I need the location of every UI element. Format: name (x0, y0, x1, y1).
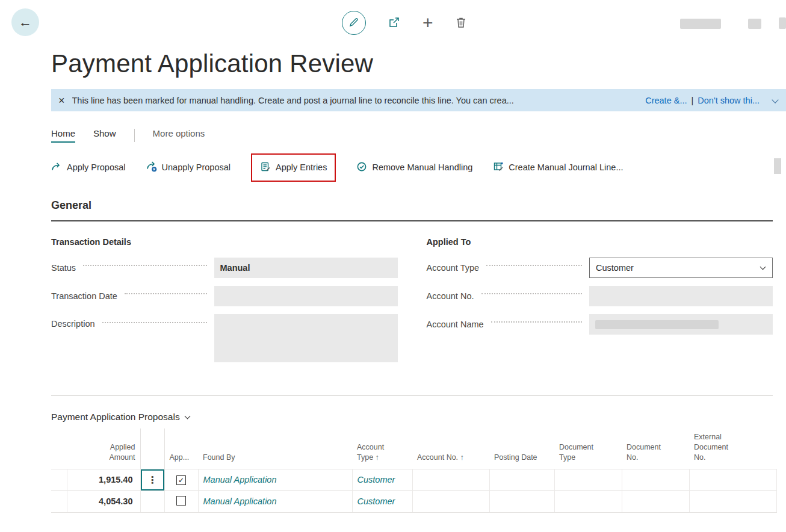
general-fields: Transaction Details Status Manual Transa… (51, 237, 773, 370)
transaction-date-value[interactable] (214, 286, 398, 306)
row-indicator-cell (51, 490, 67, 512)
add-button[interactable]: + (422, 14, 433, 32)
transaction-details-title: Transaction Details (51, 237, 398, 247)
applied-amount-cell[interactable]: 1,915.40 (67, 469, 140, 490)
status-value: Manual (214, 258, 398, 278)
apply-proposal-button[interactable]: Apply Proposal (51, 161, 126, 174)
status-field-row: Status Manual (51, 258, 398, 278)
external-document-no-cell[interactable] (689, 490, 776, 512)
back-arrow-icon: ← (19, 14, 32, 30)
applied-checkbox[interactable]: ✓ (176, 475, 186, 485)
chevron-down-icon (760, 264, 766, 270)
remove-manual-handling-icon (356, 161, 367, 174)
col-applied-checkbox[interactable]: App... (164, 428, 198, 469)
found-by-cell[interactable]: Manual Application (198, 490, 352, 512)
applied-checkbox-cell: ✓ (164, 469, 198, 490)
apply-proposal-label: Apply Proposal (67, 162, 126, 172)
account-name-field-row: Account Name (427, 314, 773, 335)
col-account-type[interactable]: Account Type ↑ (352, 428, 412, 469)
applied-to-title: Applied To (427, 237, 773, 247)
account-no-field-row: Account No. (427, 286, 773, 306)
account-type-cell[interactable]: Customer (352, 469, 412, 490)
transaction-details-group: Transaction Details Status Manual Transa… (51, 237, 398, 370)
proposals-section-toggle[interactable]: Payment Application Proposals (51, 412, 773, 422)
delete-button[interactable] (455, 16, 467, 30)
apply-entries-icon (260, 161, 271, 174)
general-section-title: General (51, 199, 773, 221)
document-no-cell[interactable] (622, 469, 689, 490)
page-content: Payment Application Review × This line h… (0, 49, 786, 513)
tab-home[interactable]: Home (51, 128, 75, 143)
chevron-down-icon (772, 96, 778, 103)
external-document-no-cell[interactable] (689, 469, 776, 490)
description-value[interactable] (214, 314, 398, 362)
banner-link-dont-show[interactable]: Don't show thi... (698, 96, 760, 105)
redacted-region (748, 19, 761, 29)
dotted-leader (491, 321, 582, 323)
share-button[interactable] (388, 16, 401, 31)
account-type-field-row: Account Type Customer (427, 258, 773, 278)
col-document-no[interactable]: Document No. (622, 428, 689, 469)
back-button[interactable]: ← (11, 8, 39, 36)
kebab-menu-icon[interactable]: ⋮ (147, 475, 157, 485)
document-type-cell[interactable] (554, 469, 622, 490)
redacted-region (774, 158, 781, 174)
tab-show[interactable]: Show (93, 128, 116, 143)
unapply-proposal-label: Unapply Proposal (162, 162, 231, 172)
table-row: 1,915.40 ⋮ ✓ Manual Application Customer (51, 469, 776, 490)
share-icon (388, 16, 401, 31)
col-external-document-no[interactable]: External Document No. (689, 428, 776, 469)
row-menu-cell[interactable]: ⋮ (140, 469, 164, 490)
document-no-cell[interactable] (622, 490, 689, 512)
banner-expand-button[interactable] (773, 94, 778, 104)
unapply-proposal-button[interactable]: Unapply Proposal (146, 161, 231, 174)
found-by-cell[interactable]: Manual Application (198, 469, 352, 490)
unapply-proposal-icon (146, 161, 157, 174)
proposals-title: Payment Application Proposals (51, 412, 180, 422)
remove-manual-handling-button[interactable]: Remove Manual Handling (356, 161, 472, 174)
account-no-cell[interactable] (412, 490, 489, 512)
applied-to-group: Applied To Account Type Customer Account… (427, 237, 773, 370)
col-applied-amount[interactable]: Applied Amount (67, 428, 140, 469)
create-manual-journal-line-button[interactable]: Create Manual Journal Line... (493, 161, 623, 174)
applied-checkbox[interactable] (176, 496, 186, 506)
top-bar: ← + (0, 0, 786, 36)
apply-entries-button[interactable]: Apply Entries (251, 153, 336, 182)
account-no-value[interactable] (589, 286, 773, 306)
redacted-region (680, 19, 721, 29)
pencil-icon (348, 17, 359, 29)
account-no-label: Account No. (427, 291, 474, 301)
page-action-icons: + (342, 11, 467, 35)
dotted-leader (481, 293, 583, 294)
tab-more-options[interactable]: More options (153, 128, 205, 143)
dotted-leader (486, 265, 582, 266)
applied-amount-cell[interactable]: 4,054.30 (67, 490, 140, 512)
redacted-region (779, 17, 786, 29)
apply-entries-label: Apply Entries (276, 162, 327, 172)
row-menu-cell[interactable] (140, 490, 164, 512)
create-manual-journal-line-label: Create Manual Journal Line... (509, 162, 623, 172)
account-type-dropdown[interactable]: Customer (589, 258, 773, 278)
status-label: Status (51, 263, 76, 273)
banner-link-separator: | (692, 96, 694, 105)
posting-date-cell[interactable] (489, 490, 554, 512)
col-account-no[interactable]: Account No. ↑ (412, 428, 489, 469)
transaction-date-label: Transaction Date (51, 291, 117, 301)
posting-date-cell[interactable] (489, 469, 554, 490)
table-header-row: Applied Amount App... Found By Account T… (51, 428, 776, 469)
banner-link-create[interactable]: Create &... (645, 96, 687, 105)
ribbon-menu: Home Show More options (51, 128, 773, 143)
document-type-cell[interactable] (554, 490, 622, 512)
close-icon[interactable]: × (58, 95, 65, 106)
col-found-by[interactable]: Found By (198, 428, 352, 469)
edit-button[interactable] (342, 11, 366, 35)
proposals-table: Applied Amount App... Found By Account T… (51, 428, 777, 513)
description-field-row: Description (51, 314, 398, 362)
account-no-cell[interactable] (412, 469, 489, 490)
col-document-type[interactable]: Document Type (554, 428, 622, 469)
account-type-cell[interactable]: Customer (352, 490, 412, 512)
account-type-value: Customer (596, 263, 634, 273)
col-posting-date[interactable]: Posting Date (489, 428, 554, 469)
account-type-label: Account Type (427, 263, 480, 273)
account-name-value (589, 314, 773, 335)
